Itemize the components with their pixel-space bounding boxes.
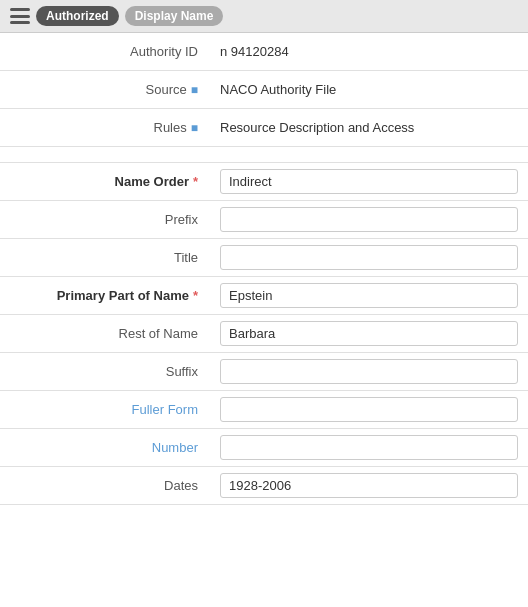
rules-value: Resource Description and Access — [210, 114, 528, 141]
source-row: Source ■ NACO Authority File — [0, 71, 528, 109]
prefix-input[interactable] — [220, 207, 518, 232]
section-divider — [0, 147, 528, 163]
fuller-form-input[interactable] — [220, 397, 518, 422]
prefix-value[interactable] — [210, 201, 528, 238]
number-label: Number — [0, 432, 210, 463]
primary-part-of-name-input[interactable] — [220, 283, 518, 308]
prefix-label: Prefix — [0, 204, 210, 235]
dates-input[interactable] — [220, 473, 518, 498]
authority-id-row: Authority ID n 94120284 — [0, 33, 528, 71]
authorized-badge[interactable]: Authorized — [36, 6, 119, 26]
header-bar: Authorized Display Name — [0, 0, 528, 33]
suffix-row: Suffix — [0, 353, 528, 391]
rules-row: Rules ■ Resource Description and Access — [0, 109, 528, 147]
rules-info-icon[interactable]: ■ — [191, 121, 198, 135]
number-row: Number — [0, 429, 528, 467]
rest-of-name-row: Rest of Name — [0, 315, 528, 353]
primary-part-of-name-label: Primary Part of Name * — [0, 280, 210, 311]
title-value[interactable] — [210, 239, 528, 276]
dates-row: Dates — [0, 467, 528, 505]
name-order-required-star: * — [193, 174, 198, 189]
primary-part-of-name-value[interactable] — [210, 277, 528, 314]
name-order-row: Name Order * — [0, 163, 528, 201]
title-input[interactable] — [220, 245, 518, 270]
form-section: Authority ID n 94120284 Source ■ NACO Au… — [0, 33, 528, 505]
number-value[interactable] — [210, 429, 528, 466]
rest-of-name-value[interactable] — [210, 315, 528, 352]
name-order-input[interactable] — [220, 169, 518, 194]
fuller-form-value[interactable] — [210, 391, 528, 428]
primary-part-of-name-row: Primary Part of Name * — [0, 277, 528, 315]
rest-of-name-input[interactable] — [220, 321, 518, 346]
name-order-label: Name Order * — [0, 166, 210, 197]
primary-part-required-star: * — [193, 288, 198, 303]
authority-id-label: Authority ID — [0, 36, 210, 67]
fuller-form-label: Fuller Form — [0, 394, 210, 425]
rules-label: Rules ■ — [0, 112, 210, 143]
number-input[interactable] — [220, 435, 518, 460]
dates-value[interactable] — [210, 467, 528, 504]
rest-of-name-label: Rest of Name — [0, 318, 210, 349]
prefix-row: Prefix — [0, 201, 528, 239]
title-row: Title — [0, 239, 528, 277]
source-info-icon[interactable]: ■ — [191, 83, 198, 97]
dates-label: Dates — [0, 470, 210, 501]
suffix-label: Suffix — [0, 356, 210, 387]
display-name-badge[interactable]: Display Name — [125, 6, 224, 26]
title-label: Title — [0, 242, 210, 273]
name-order-value[interactable] — [210, 163, 528, 200]
source-value: NACO Authority File — [210, 76, 528, 103]
suffix-input[interactable] — [220, 359, 518, 384]
suffix-value[interactable] — [210, 353, 528, 390]
source-label: Source ■ — [0, 74, 210, 105]
hamburger-menu-icon[interactable] — [10, 8, 30, 24]
authority-id-value: n 94120284 — [210, 38, 528, 65]
fuller-form-row: Fuller Form — [0, 391, 528, 429]
